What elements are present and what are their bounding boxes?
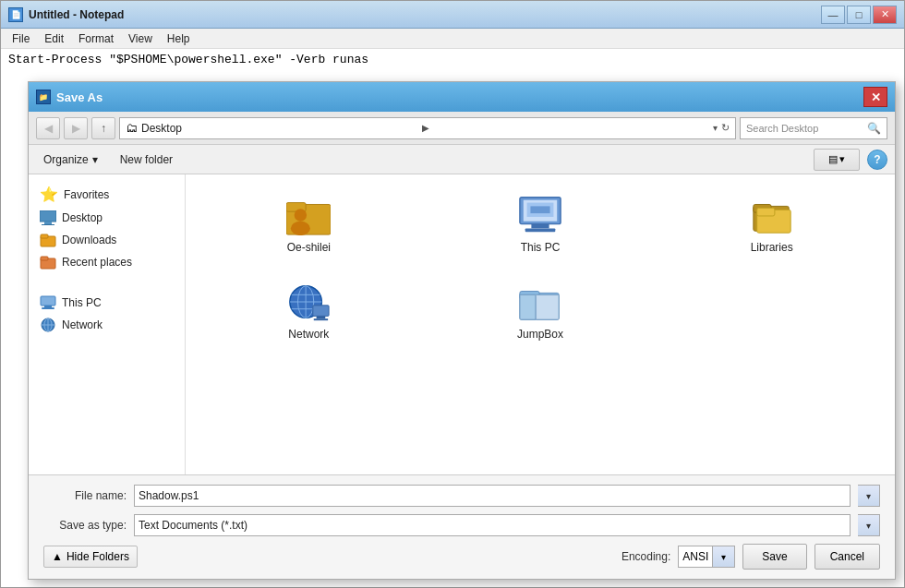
dialog-toolbar2: Organize ▾ New folder ▤ ▾ ?	[29, 145, 895, 174]
thispc-sidebar-label: This PC	[62, 296, 102, 309]
svg-rect-4	[41, 234, 48, 238]
file-item-libraries[interactable]: Libraries	[659, 186, 884, 261]
bottom-footer: ▲ Hide Folders Encoding: ANSI ▾ Save Can…	[43, 544, 880, 570]
libraries-label: Libraries	[751, 241, 793, 254]
jumpbox-large-icon	[518, 280, 562, 324]
libraries-large-icon	[750, 193, 794, 237]
menu-help[interactable]: Help	[160, 30, 198, 47]
search-icon[interactable]: 🔍	[867, 122, 881, 135]
svg-rect-35	[317, 316, 326, 318]
svg-rect-40	[536, 294, 559, 319]
forward-icon: ▶	[72, 122, 80, 135]
menu-format[interactable]: Format	[71, 30, 121, 47]
cancel-button[interactable]: Cancel	[814, 544, 880, 570]
thispc-svg	[518, 195, 562, 235]
new-folder-button[interactable]: New folder	[113, 149, 180, 171]
oe-shilei-folder-icon	[286, 193, 331, 237]
favorites-section: ⭐ Favorites Desktop	[29, 182, 185, 273]
filename-input[interactable]	[134, 485, 851, 507]
filename-row: File name: ▾	[43, 485, 880, 507]
svg-rect-2	[42, 224, 54, 225]
svg-point-17	[291, 222, 310, 235]
svg-rect-6	[41, 257, 48, 260]
svg-rect-36	[314, 318, 328, 320]
address-arrow-icon: ▶	[422, 123, 429, 133]
maximize-button[interactable]: □	[847, 6, 871, 24]
organize-label: Organize	[43, 153, 89, 166]
dialog-bottom: File name: ▾ Save as type: ▾ ▲ Hide Fold…	[29, 474, 895, 579]
address-bar[interactable]: 🗂 Desktop ▶ ▾ ↻	[119, 117, 736, 139]
svg-rect-7	[41, 296, 55, 306]
back-button[interactable]: ◀	[36, 117, 60, 139]
network-svg	[286, 282, 331, 322]
encoding-select[interactable]: ANSI	[678, 546, 713, 568]
filename-label: File name:	[43, 489, 127, 502]
dialog-title: Save As	[56, 90, 103, 104]
svg-rect-21	[525, 228, 556, 232]
jumpbox-svg	[518, 282, 562, 322]
organize-button[interactable]: Organize ▾	[36, 149, 105, 171]
downloads-label: Downloads	[62, 234, 116, 246]
dialog-close-button[interactable]: ✕	[863, 87, 887, 107]
view-dropdown-icon: ▾	[839, 153, 845, 165]
close-button[interactable]: ✕	[873, 6, 897, 24]
sidebar-item-desktop[interactable]: Desktop	[29, 207, 185, 229]
sidebar-item-thispc[interactable]: This PC	[29, 292, 185, 314]
file-item-network[interactable]: Network	[197, 272, 421, 348]
organize-dropdown-icon: ▾	[92, 153, 98, 166]
save-button[interactable]: Save	[742, 544, 806, 570]
recent-label: Recent places	[62, 256, 132, 269]
svg-rect-1	[44, 222, 52, 224]
svg-point-16	[295, 209, 307, 221]
desktop-icon	[40, 210, 56, 225]
forward-button[interactable]: ▶	[64, 117, 88, 139]
hide-folders-label: Hide Folders	[66, 550, 129, 563]
footer-left: ▲ Hide Folders	[43, 546, 138, 568]
network-sidebar-label: Network	[62, 318, 103, 331]
notepad-text: Start-Process "$PSHOME\powershell.exe" -…	[8, 53, 368, 66]
thispc-large-label: This PC	[521, 241, 561, 254]
help-button[interactable]: ?	[867, 150, 887, 170]
refresh-icon[interactable]: ↻	[721, 122, 730, 134]
savetype-input[interactable]	[134, 514, 851, 536]
view-button[interactable]: ▤ ▾	[814, 149, 860, 171]
address-dropdown-icon[interactable]: ▾	[713, 123, 718, 133]
right-panel: Oe-shilei	[186, 174, 895, 474]
footer-right: Encoding: ANSI ▾ Save Cancel	[621, 544, 880, 570]
filename-dropdown[interactable]: ▾	[858, 485, 880, 507]
window-title: Untitled - Notepad	[29, 8, 124, 21]
favorites-label: Favorites	[64, 188, 109, 201]
sidebar-item-network[interactable]: Network	[29, 314, 185, 336]
folder-user-svg	[286, 195, 331, 235]
sidebar-item-recent[interactable]: Recent places	[29, 251, 185, 273]
hide-folders-button[interactable]: ▲ Hide Folders	[43, 546, 138, 568]
file-item-thispc[interactable]: This PC	[428, 186, 653, 261]
menu-edit[interactable]: Edit	[37, 30, 71, 47]
notepad-icon: 📄	[8, 7, 23, 22]
thispc-small-icon	[40, 295, 56, 310]
dialog-title-bar: 📁 Save As ✕	[29, 82, 895, 112]
svg-rect-8	[44, 306, 52, 307]
left-panel: ⭐ Favorites Desktop	[29, 174, 186, 474]
libraries-svg	[750, 195, 794, 235]
savetype-dropdown[interactable]: ▾	[858, 514, 880, 536]
encoding-label: Encoding:	[621, 550, 670, 563]
file-item-oe-shilei[interactable]: Oe-shilei	[197, 186, 421, 261]
sidebar-item-downloads[interactable]: Downloads	[29, 229, 185, 251]
file-item-jumpbox[interactable]: JumpBox	[428, 272, 653, 348]
thispc-large-icon	[518, 193, 562, 237]
encoding-dropdown-button[interactable]: ▾	[713, 546, 735, 568]
savetype-row: Save as type: ▾	[43, 514, 880, 536]
menu-file[interactable]: File	[5, 30, 37, 47]
up-icon: ↑	[101, 122, 106, 135]
svg-rect-0	[40, 210, 56, 222]
dialog-toolbar: ◀ ▶ ↑ 🗂 Desktop ▶ ▾ ↻ Search Desktop 🔍	[29, 112, 895, 145]
title-bar: 📄 Untitled - Notepad — □ ✕	[1, 1, 904, 29]
title-bar-buttons: — □ ✕	[821, 6, 897, 24]
menu-view[interactable]: View	[121, 30, 160, 47]
svg-rect-23	[530, 206, 549, 213]
sidebar-item-favorites-header: ⭐ Favorites	[29, 182, 185, 207]
view-icon: ▤	[828, 153, 838, 165]
minimize-button[interactable]: —	[821, 6, 845, 24]
up-button[interactable]: ↑	[91, 117, 115, 139]
